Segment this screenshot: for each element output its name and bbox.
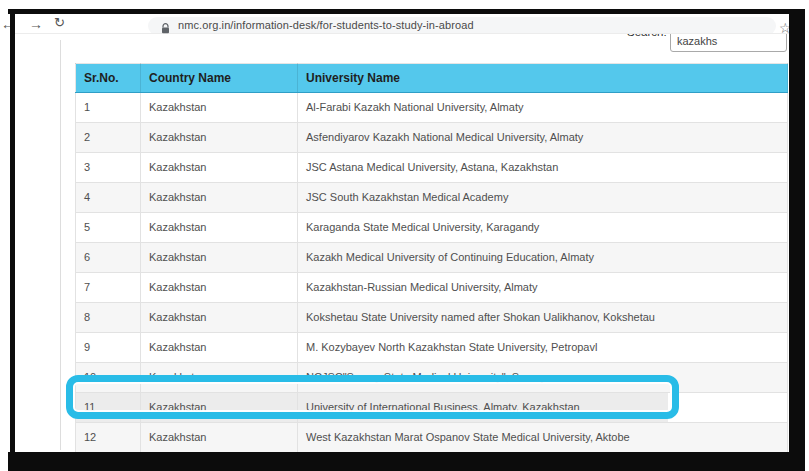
cell-university-name: Asfendiyarov Kazakh National Medical Uni… [298,123,788,153]
url-text[interactable]: nmc.org.in/information-desk/for-students… [178,19,474,31]
cell-university-name: University of International Business, Al… [298,393,788,423]
cell-country-name: Kazakhstan [141,183,298,213]
cell-sr-no: 7 [76,273,141,303]
cell-country-name: Kazakhstan [141,303,298,333]
table-row[interactable]: 5KazakhstanKaraganda State Medical Unive… [76,213,788,243]
cell-country-name: Kazakhstan [141,333,298,363]
page-viewport: Search: Sr.No.Country NameUniversity Nam… [15,33,789,452]
table-row[interactable]: 1KazakhstanAl-Farabi Kazakh National Uni… [76,93,788,123]
table-row[interactable]: 7KazakhstanKazakhstan-Russian Medical Un… [76,273,788,303]
cell-sr-no: 2 [76,123,141,153]
cell-university-name: JSC South Kazakhstan Medical Academy [298,183,788,213]
cell-country-name: Kazakhstan [141,423,298,453]
search-input[interactable] [670,33,787,52]
cell-university-name: Kokshetau State University named after S… [298,303,788,333]
frame-top-edge [8,9,792,14]
table-header-row: Sr.No.Country NameUniversity Name [76,64,788,93]
cell-university-name: M. Kozybayev North Kazakhstan State Univ… [298,333,788,363]
search-label: Search: [627,33,667,38]
cell-university-name: JSC Astana Medical University, Astana, K… [298,153,788,183]
cell-country-name: Kazakhstan [141,243,298,273]
cell-country-name: Kazakhstan [141,363,298,393]
table-row[interactable]: 3KazakhstanJSC Astana Medical University… [76,153,788,183]
cell-sr-no: 10 [76,363,141,393]
cell-university-name: NCJSC"Semey State Medical University", S… [298,363,788,393]
cell-sr-no: 1 [76,93,141,123]
cell-sr-no: 8 [76,303,141,333]
table-row[interactable]: 9KazakhstanM. Kozybayev North Kazakhstan… [76,333,788,363]
cell-country-name: Kazakhstan [141,273,298,303]
cell-university-name: Kazakh Medical University of Continuing … [298,243,788,273]
cell-sr-no: 9 [76,333,141,363]
cell-country-name: Kazakhstan [141,153,298,183]
column-header: Sr.No. [76,64,141,93]
cell-university-name: West Kazakhstan Marat Ospanov State Medi… [298,423,788,453]
cell-sr-no: 3 [76,153,141,183]
cell-country-name: Kazakhstan [141,93,298,123]
lock-icon [161,20,170,38]
table-row[interactable]: 4KazakhstanJSC South Kazakhstan Medical … [76,183,788,213]
table-row[interactable]: 8KazakhstanKokshetau State University na… [76,303,788,333]
cell-country-name: Kazakhstan [141,123,298,153]
table-body: 1KazakhstanAl-Farabi Kazakh National Uni… [76,93,788,453]
table-row[interactable]: 12KazakhstanWest Kazakhstan Marat Ospano… [76,423,788,453]
cell-sr-no: 4 [76,183,141,213]
cell-university-name: Karaganda State Medical University, Kara… [298,213,788,243]
table-row[interactable]: 11KazakhstanUniversity of International … [76,393,788,423]
universities-table: Sr.No.Country NameUniversity Name 1Kazak… [75,63,787,452]
reload-icon[interactable]: ↻ [54,16,65,30]
screenshot-stage: ← → ↻ nmc.org.in/information-desk/for-st… [0,0,809,471]
cell-sr-no: 11 [76,393,141,423]
table-row[interactable]: 6KazakhstanKazakh Medical University of … [76,243,788,273]
forward-icon[interactable]: → [29,17,43,31]
cell-sr-no: 6 [76,243,141,273]
cell-sr-no: 12 [76,423,141,453]
cell-university-name: Al-Farabi Kazakh National University, Al… [298,93,788,123]
column-header: University Name [298,64,788,93]
table-row[interactable]: 2KazakhstanAsfendiyarov Kazakh National … [76,123,788,153]
column-header: Country Name [141,64,298,93]
frame-left-edge [10,9,15,455]
content-card-edge [60,40,61,450]
cell-country-name: Kazakhstan [141,213,298,243]
cell-country-name: Kazakhstan [141,393,298,423]
frame-right-edge [789,9,805,471]
table-row[interactable]: 10KazakhstanNCJSC"Semey State Medical Un… [76,363,788,393]
frame-bottom-edge [8,452,805,471]
cell-sr-no: 5 [76,213,141,243]
cell-university-name: Kazakhstan-Russian Medical University, A… [298,273,788,303]
